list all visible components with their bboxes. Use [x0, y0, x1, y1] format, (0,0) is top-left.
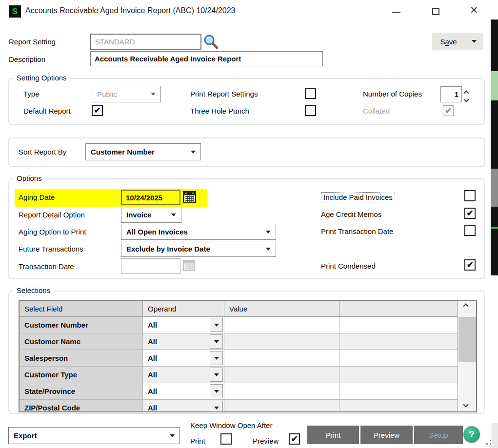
operand-value: All — [148, 321, 157, 329]
background-window-fragment — [491, 19, 498, 275]
header-operand: Operand — [143, 301, 224, 317]
operand-dropdown-button[interactable] — [210, 384, 223, 398]
aging-option-to-print-dropdown[interactable]: All Open Invoices — [121, 224, 276, 240]
value-cell[interactable] — [224, 400, 339, 412]
report-detail-option-dropdown[interactable]: Invoice — [121, 207, 181, 223]
background-window-fragment — [492, 423, 498, 448]
include-paid-invoices-label: Include Paid Invoices — [321, 192, 395, 202]
operand-cell[interactable]: All — [143, 383, 224, 400]
number-of-copies-label: Number of Copies — [363, 90, 422, 98]
print-condensed-label: Print Condensed — [321, 262, 376, 270]
operand-cell[interactable]: All — [143, 317, 224, 333]
operand-cell[interactable]: All — [143, 350, 224, 367]
table-row: State/Province All — [20, 383, 458, 400]
keep-window-open-label: Keep Window Open After — [190, 421, 272, 429]
sort-report-by-label: Sort Report By — [19, 148, 66, 156]
keep-open-print-label: Print — [190, 437, 205, 445]
report-setting-input[interactable]: STANDARD — [90, 34, 201, 50]
export-value: Export — [14, 431, 37, 440]
extra-cell — [339, 400, 458, 412]
operand-cell[interactable]: All — [143, 333, 224, 350]
future-transactions-dropdown[interactable]: Exclude by Invoice Date — [121, 241, 276, 257]
table-row: Salesperson All — [20, 350, 458, 367]
keep-open-preview-checkbox[interactable]: ✔ — [289, 433, 300, 445]
print-transaction-date-checkbox[interactable] — [464, 225, 476, 236]
vertical-scrollbar[interactable] — [458, 301, 476, 411]
print-transaction-date-label: Print Transaction Date — [321, 227, 393, 235]
three-hole-punch-checkbox[interactable] — [305, 105, 316, 116]
extra-cell — [339, 367, 458, 383]
header-value: Value — [224, 301, 339, 317]
chevron-down-icon — [266, 231, 271, 234]
operand-value: All — [148, 354, 157, 362]
print-condensed-checkbox[interactable]: ✔ — [464, 259, 476, 271]
operand-cell[interactable]: All — [143, 367, 224, 383]
chevron-down-icon — [214, 407, 219, 409]
select-field-cell: Customer Type — [20, 367, 143, 383]
value-cell[interactable] — [224, 317, 339, 333]
description-input[interactable]: Accounts Receivable Aged Invoice Report — [90, 51, 323, 66]
background-window-fragment — [491, 169, 498, 207]
scroll-up-icon[interactable] — [463, 303, 468, 309]
scroll-down-icon[interactable] — [463, 402, 468, 407]
help-button[interactable]: ? — [463, 426, 480, 443]
value-cell[interactable] — [224, 350, 339, 367]
table-row: ZIP/Postal Code All — [20, 400, 458, 412]
chevron-down-icon — [214, 390, 219, 393]
select-field-cell: Customer Number — [20, 317, 143, 333]
keep-open-preview-label: Preview — [253, 437, 279, 445]
extra-cell — [339, 350, 458, 367]
window-right-border — [490, 0, 490, 448]
chevron-down-icon — [170, 434, 175, 437]
operand-dropdown-button[interactable] — [210, 318, 223, 332]
select-field-cell: ZIP/Postal Code — [20, 400, 143, 412]
scrollbar-thumb[interactable] — [458, 317, 476, 362]
operand-dropdown-button[interactable] — [210, 401, 223, 412]
save-dropdown-button[interactable] — [465, 33, 483, 50]
setup-button: Setup — [414, 426, 463, 444]
aging-date-input[interactable]: 10/24/2025 — [121, 190, 180, 205]
type-value: Public — [97, 90, 117, 98]
export-dropdown[interactable]: Export — [8, 427, 180, 444]
value-cell[interactable] — [224, 333, 339, 350]
operand-dropdown-button[interactable] — [210, 351, 223, 365]
sort-group — [8, 137, 485, 167]
preview-button[interactable]: Preview — [360, 426, 413, 444]
value-cell[interactable] — [224, 367, 339, 383]
table-row: Customer Name All — [20, 333, 458, 350]
chevron-down-icon — [266, 248, 271, 251]
operand-value: All — [148, 404, 157, 412]
keep-open-print-checkbox[interactable] — [220, 433, 232, 445]
preview-label-accel: v — [385, 431, 389, 439]
chevron-down-icon — [151, 93, 156, 96]
include-paid-invoices-checkbox[interactable] — [464, 190, 476, 201]
select-field-cell: Salesperson — [20, 350, 143, 367]
default-report-checkbox[interactable]: ✔ — [92, 105, 103, 116]
save-button[interactable]: Save — [432, 33, 465, 50]
transaction-date-input[interactable] — [121, 258, 180, 274]
chevron-down-icon — [214, 324, 219, 327]
setup-label-accel: S — [429, 431, 434, 439]
lookup-magnifier-icon[interactable] — [203, 34, 219, 50]
print-button[interactable]: Print — [307, 426, 359, 444]
future-transactions-label: Future Transactions — [19, 245, 83, 253]
value-cell[interactable] — [224, 383, 339, 400]
header-select-field: Select Field — [20, 301, 143, 317]
chevron-down-icon — [472, 40, 477, 43]
table-row: Customer Type All — [20, 367, 458, 383]
copies-spin-down[interactable] — [464, 95, 468, 103]
collated-checkbox: ✔ — [443, 105, 454, 116]
background-window-fragment — [491, 227, 498, 229]
operand-cell[interactable]: All — [143, 400, 224, 412]
operand-dropdown-button[interactable] — [210, 368, 223, 382]
print-report-settings-checkbox[interactable] — [305, 88, 316, 99]
report-setting-label: Report Setting — [9, 38, 56, 46]
number-of-copies-input[interactable]: 1 — [440, 86, 462, 102]
operand-dropdown-button[interactable] — [210, 334, 223, 349]
age-credit-memos-checkbox[interactable]: ✔ — [464, 208, 476, 219]
type-label: Type — [23, 90, 40, 98]
extra-cell — [339, 383, 458, 400]
sort-report-by-dropdown[interactable]: Customer Number — [85, 143, 201, 160]
calendar-icon[interactable] — [183, 191, 196, 204]
type-dropdown[interactable]: Public — [92, 86, 161, 102]
